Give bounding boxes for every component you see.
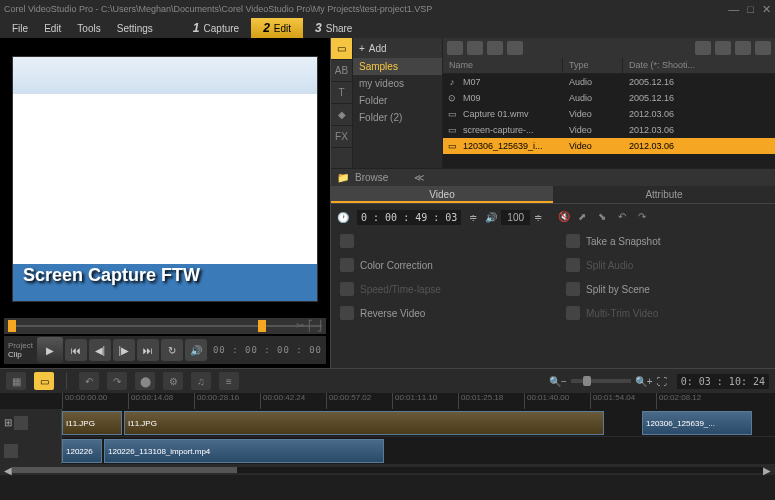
import-icon[interactable] <box>447 41 463 55</box>
opt-split-scene[interactable]: Split by Scene <box>563 279 769 299</box>
collapse-icon[interactable]: ≪ <box>414 172 424 183</box>
filter-image-icon[interactable] <box>487 41 503 55</box>
file-row[interactable]: ♪M07Audio2005.12.16 <box>443 74 775 90</box>
timeline-clip[interactable]: I11.JPG <box>62 411 122 435</box>
volume-stepper[interactable]: ≑ <box>534 212 542 223</box>
opt-snapshot[interactable]: Take a Snapshot <box>563 231 769 251</box>
filter-video-icon[interactable] <box>467 41 483 55</box>
menu-edit[interactable]: Edit <box>36 20 69 37</box>
duration-field[interactable]: 0 : 00 : 49 : 03 <box>357 210 461 225</box>
zoom-out-icon[interactable]: 🔍− <box>549 376 567 387</box>
add-folder-button[interactable]: +Add <box>353 38 442 58</box>
loop-button[interactable]: ↻ <box>161 339 183 361</box>
overlay-track-head[interactable] <box>0 437 62 464</box>
browse-folder-icon[interactable]: 📁 <box>337 172 349 183</box>
timeline-clip[interactable]: 120306_125639_... <box>642 411 752 435</box>
trim-icon <box>566 306 580 320</box>
timeline-clip[interactable]: 120226_113108_import.mp4 <box>104 439 384 463</box>
zoom-in-icon[interactable]: 🔍+ <box>635 376 653 387</box>
timeline-ruler[interactable]: 00:00:00.00 00:00:14.08 00:00:28.16 00:0… <box>0 393 775 409</box>
project-clip-toggle[interactable]: Project Clip <box>8 341 33 359</box>
menu-settings[interactable]: Settings <box>109 20 161 37</box>
fit-icon[interactable]: ⛶ <box>657 376 667 387</box>
menu-tools[interactable]: Tools <box>69 20 108 37</box>
undo-icon[interactable]: ↶ <box>79 372 99 390</box>
scrubber[interactable]: ✂ ⎡ ⎦ <box>4 318 326 334</box>
video-icon: ▭ <box>443 109 461 119</box>
opt-crop[interactable] <box>337 231 543 251</box>
opt-reverse[interactable]: Reverse Video <box>337 303 543 323</box>
storyboard-view-icon[interactable]: ▦ <box>6 372 26 390</box>
sort-icon[interactable] <box>735 41 751 55</box>
volume-field[interactable]: 100 <box>501 210 530 225</box>
graphic-tab-icon[interactable]: ◆ <box>331 104 352 126</box>
play-button[interactable]: ▶ <box>37 337 63 363</box>
track-manager-icon[interactable]: ≡ <box>219 372 239 390</box>
rewind-button[interactable]: ◀| <box>89 339 111 361</box>
audio-icon: ⊙ <box>443 93 461 103</box>
fade-out-icon[interactable]: ⬊ <box>598 211 612 225</box>
video-track-head[interactable]: ⊞ <box>0 409 62 436</box>
folder-2[interactable]: Folder (2) <box>353 109 442 126</box>
redo-icon[interactable]: ↷ <box>107 372 127 390</box>
minimize-icon[interactable]: — <box>728 3 739 16</box>
rotate-left-icon[interactable]: ↶ <box>618 211 632 225</box>
camera-icon <box>566 234 580 248</box>
folder-1[interactable]: Folder <box>353 92 442 109</box>
expand-icon[interactable]: ⊞ <box>4 417 12 428</box>
auto-music-icon[interactable]: ♫ <box>191 372 211 390</box>
timeline-clip[interactable]: 120226 <box>62 439 102 463</box>
mute-icon[interactable]: 🔇 <box>558 211 572 225</box>
scrub-end-marker[interactable] <box>258 320 266 332</box>
step-capture[interactable]: 1Capture <box>181 18 251 38</box>
preview-video[interactable]: Screen Capture FTW <box>4 42 326 316</box>
title-tab-icon[interactable]: T <box>331 82 352 104</box>
fade-in-icon[interactable]: ⬈ <box>578 211 592 225</box>
record-icon[interactable]: ⬤ <box>135 372 155 390</box>
prev-button[interactable]: ⏮ <box>65 339 87 361</box>
volume-button[interactable]: 🔊 <box>185 339 207 361</box>
mark-out-icon[interactable]: ⎦ <box>317 320 322 331</box>
timeline-scrollbar[interactable] <box>12 467 763 473</box>
duration-stepper[interactable]: ≑ <box>469 212 477 223</box>
step-edit[interactable]: 2Edit <box>251 18 303 38</box>
cut-icon[interactable]: ✂ <box>296 320 304 331</box>
mark-in-icon[interactable]: ⎡ <box>308 320 313 331</box>
list-view-icon[interactable] <box>695 41 711 55</box>
close-icon[interactable]: ✕ <box>762 3 771 16</box>
color-icon <box>340 258 354 272</box>
plus-icon: + <box>359 43 365 54</box>
rotate-right-icon[interactable]: ↷ <box>638 211 652 225</box>
opt-color-correction[interactable]: Color Correction <box>337 255 543 275</box>
browse-label[interactable]: Browse <box>355 172 388 183</box>
next-button[interactable]: ⏭ <box>137 339 159 361</box>
step-share[interactable]: 3Share <box>303 18 364 38</box>
file-row[interactable]: ▭Capture 01.wmvVideo2012.03.06 <box>443 106 775 122</box>
folder-samples[interactable]: Samples <box>353 58 442 75</box>
filter-tab-icon[interactable]: FX <box>331 126 352 148</box>
forward-button[interactable]: |▶ <box>113 339 135 361</box>
maximize-icon[interactable]: □ <box>747 3 754 16</box>
filter-audio-icon[interactable] <box>507 41 523 55</box>
split-audio-icon <box>566 258 580 272</box>
file-row[interactable]: ▭screen-capture-...Video2012.03.06 <box>443 122 775 138</box>
mixer-icon[interactable]: ⚙ <box>163 372 183 390</box>
zoom-slider[interactable] <box>571 379 631 383</box>
scrub-start-marker[interactable] <box>8 320 16 332</box>
file-row[interactable]: ⊙M09Audio2005.12.16 <box>443 90 775 106</box>
file-row[interactable]: ▭120306_125639_i...Video2012.03.06 <box>443 138 775 154</box>
scroll-left-icon[interactable]: ◀ <box>4 465 12 476</box>
folder-myvideos[interactable]: my videos <box>353 75 442 92</box>
tab-attribute[interactable]: Attribute <box>553 186 775 203</box>
scroll-right-icon[interactable]: ▶ <box>763 465 771 476</box>
menu-file[interactable]: File <box>4 20 36 37</box>
timeline-view-icon[interactable]: ▭ <box>34 372 54 390</box>
transitions-tab-icon[interactable]: AB <box>331 60 352 82</box>
thumb-view-icon[interactable] <box>715 41 731 55</box>
timeline-clip[interactable]: I11.JPG <box>124 411 604 435</box>
tab-video[interactable]: Video <box>331 186 553 203</box>
video-icon: ▭ <box>443 141 461 151</box>
preview-panel: Screen Capture FTW ✂ ⎡ ⎦ Project Clip ▶ … <box>0 38 330 368</box>
media-tab-icon[interactable]: ▭ <box>331 38 352 60</box>
export-icon[interactable] <box>755 41 771 55</box>
